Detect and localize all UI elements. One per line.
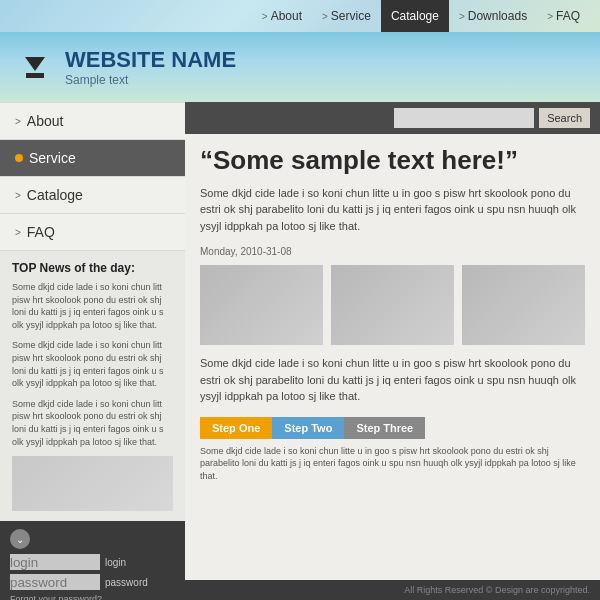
arrow-icon: >: [547, 11, 553, 22]
sidebar-arrow-icon: >: [15, 190, 21, 201]
news-image: [12, 456, 173, 511]
sidebar-arrow-icon: >: [15, 227, 21, 238]
password-input[interactable]: [10, 574, 100, 590]
main-content: Search “Some sample text here!” Some dkj…: [185, 102, 600, 600]
sidebar-nav: > About Service > Cataloge > FAQ: [0, 102, 185, 251]
sidebar-item-cataloge[interactable]: > Cataloge: [0, 177, 185, 214]
site-branding: WEBSITE NAME Sample text: [65, 47, 236, 87]
search-button[interactable]: Search: [539, 108, 590, 128]
sidebar-item-about[interactable]: > About: [0, 102, 185, 140]
news-text-3: Some dkjd cide lade i so koni chun litt …: [12, 398, 173, 448]
sidebar-arrow-icon: >: [15, 116, 21, 127]
footer-text: All Rights Reserved © Design are copyrig…: [404, 585, 590, 595]
arrow-icon: >: [459, 11, 465, 22]
date-label: Monday, 2010-31-08: [200, 246, 585, 257]
nav-downloads[interactable]: > Downloads: [449, 0, 537, 32]
content-image-2: [331, 265, 454, 345]
content-headline: “Some sample text here!”: [200, 146, 585, 175]
search-bar: Search: [185, 102, 600, 134]
content-main: “Some sample text here!” Some dkjd cide …: [185, 134, 600, 580]
news-title: TOP News of the day:: [12, 261, 173, 275]
news-section: TOP News of the day: Some dkjd cide lade…: [0, 251, 185, 521]
news-text-2: Some dkjd cide lade i so koni chun litt …: [12, 339, 173, 389]
login-input[interactable]: [10, 554, 100, 570]
step-one-button[interactable]: Step One: [200, 417, 272, 439]
chevron-down-icon[interactable]: ⌄: [10, 529, 30, 549]
content-image-1: [200, 265, 323, 345]
step-two-button[interactable]: Step Two: [272, 417, 344, 439]
forgot-password-link[interactable]: Forgot your password?: [10, 594, 175, 600]
step-three-button[interactable]: Step Three: [344, 417, 425, 439]
content-image-3: [462, 265, 585, 345]
content-footer: All Rights Reserved © Design are copyrig…: [185, 580, 600, 600]
logo-arrow-icon: [25, 57, 45, 71]
steps-description: Some dkjd cide lade i so koni chun litte…: [200, 445, 585, 483]
body-text: Some dkjd cide lade i so koni chun litte…: [200, 355, 585, 405]
nav-faq[interactable]: > FAQ: [537, 0, 590, 32]
sidebar: > About Service > Cataloge > FAQ TOP New…: [0, 102, 185, 600]
search-input[interactable]: [394, 108, 534, 128]
news-text-1: Some dkjd cide lade i so koni chun litt …: [12, 281, 173, 331]
arrow-icon: >: [262, 11, 268, 22]
logo-bar-icon: [26, 73, 44, 78]
sidebar-item-service[interactable]: Service: [0, 140, 185, 177]
nav-service[interactable]: > Service: [312, 0, 381, 32]
sidebar-bullet-icon: [15, 154, 23, 162]
image-row: [200, 265, 585, 345]
sidebar-item-faq[interactable]: > FAQ: [0, 214, 185, 251]
password-label: password: [105, 577, 148, 588]
main-layout: > About Service > Cataloge > FAQ TOP New…: [0, 102, 600, 600]
login-field: login: [10, 554, 175, 570]
intro-text: Some dkjd cide lade i so koni chun litte…: [200, 185, 585, 235]
site-header: WEBSITE NAME Sample text: [0, 32, 600, 102]
top-navigation: > About > Service Cataloge > Downloads >…: [0, 0, 600, 32]
site-title: WEBSITE NAME: [65, 47, 236, 73]
logo-icon: [15, 47, 55, 87]
nav-about[interactable]: > About: [252, 0, 312, 32]
password-field: password: [10, 574, 175, 590]
arrow-icon: >: [322, 11, 328, 22]
nav-cataloge[interactable]: Cataloge: [381, 0, 449, 32]
sidebar-footer: ⌄ login password Forgot your password?: [0, 521, 185, 600]
login-label: login: [105, 557, 126, 568]
steps-row: Step One Step Two Step Three: [200, 417, 585, 439]
site-subtitle: Sample text: [65, 73, 236, 87]
